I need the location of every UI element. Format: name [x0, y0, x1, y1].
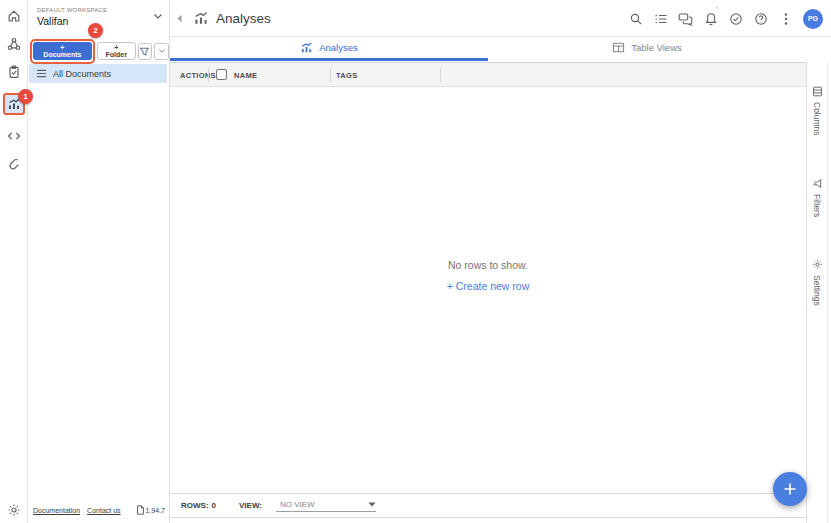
app-window: DEFAULT WORKSPACE Valifan + Documents + … — [0, 0, 831, 523]
collapse-sidebar-icon[interactable] — [176, 14, 183, 23]
sidebar-item-settings[interactable] — [0, 503, 28, 517]
release-notes-icon — [136, 505, 145, 515]
documents-panel: DEFAULT WORKSPACE Valifan + Documents + … — [28, 0, 170, 523]
panel-tab-columns[interactable]: Columns — [812, 86, 823, 136]
panel-tab-filters[interactable]: Filters — [812, 178, 823, 217]
gear-icon — [7, 503, 21, 517]
column-separator — [208, 68, 209, 82]
rows-label: ROWS: — [181, 501, 209, 510]
analytics-tab-icon — [300, 41, 313, 54]
main-area: Analyses ’ PG Analyses — [170, 0, 831, 523]
column-separator — [330, 68, 331, 82]
tab-table-views-label: Table Views — [631, 42, 682, 53]
checklist-icon[interactable] — [653, 11, 668, 26]
filters-icon — [812, 178, 823, 189]
panel-tab-columns-label: Columns — [812, 102, 822, 136]
main-header: Analyses ’ PG — [170, 0, 831, 37]
empty-state: No rows to show. + Create new row — [170, 259, 806, 292]
view-value: NO VIEW — [280, 500, 315, 509]
sidebar-item-home[interactable] — [5, 7, 23, 25]
add-icon — [783, 482, 797, 496]
code-icon — [7, 129, 21, 143]
view-label: VIEW: — [239, 501, 262, 510]
right-panel: Columns Filters Settings — [806, 60, 828, 523]
chevron-down-small-icon — [158, 48, 166, 54]
tab-analyses[interactable]: Analyses — [170, 37, 488, 61]
notification-indicator: ’ — [716, 7, 720, 12]
column-header-tags: TAGS — [336, 71, 357, 80]
all-documents-item[interactable]: All Documents — [29, 64, 167, 83]
menu-icon — [36, 69, 47, 78]
version-text: 1.94.7 — [146, 507, 165, 514]
panel-tab-settings-label: Settings — [812, 275, 822, 306]
table-body: No rows to show. + Create new row — [170, 87, 806, 493]
help-icon[interactable] — [753, 11, 768, 26]
panel-tab-filters-label: Filters — [812, 194, 822, 217]
icon-rail — [0, 0, 28, 523]
collapse-documents-button[interactable] — [154, 43, 169, 60]
sidebar-item-code[interactable] — [5, 127, 23, 145]
sidebar-item-organization[interactable] — [5, 35, 23, 53]
column-separator — [440, 68, 441, 82]
add-row-fab[interactable] — [773, 472, 807, 506]
column-header-actions: ACTIONS — [180, 71, 216, 80]
search-icon[interactable] — [628, 11, 643, 26]
columns-icon — [812, 86, 823, 97]
column-header-name: NAME — [234, 71, 257, 80]
sidebar-item-tasks[interactable] — [5, 63, 23, 81]
table-views-tab-icon — [612, 41, 625, 54]
notifications-bell-icon[interactable]: ’ — [703, 11, 718, 26]
tab-bar: Analyses Table Views — [170, 37, 806, 61]
tab-table-views[interactable]: Table Views — [488, 37, 806, 61]
check-circle-icon[interactable] — [728, 11, 743, 26]
tab-analyses-label: Analyses — [319, 42, 358, 53]
annotation-step-badge: 2 — [88, 23, 103, 38]
documents-button-highlight: + Documents — [30, 39, 95, 64]
add-folder-button[interactable]: + Folder — [97, 42, 136, 60]
home-icon — [7, 9, 21, 23]
empty-message: No rows to show. — [448, 259, 528, 271]
annotation-step-badge: 1 — [18, 89, 33, 104]
avatar[interactable]: PG — [803, 9, 823, 29]
attachment-icon — [7, 157, 21, 171]
add-documents-button[interactable]: + Documents — [33, 42, 92, 60]
chat-icon[interactable] — [678, 11, 693, 26]
settings-icon — [812, 259, 823, 270]
status-bar: ROWS: 0 VIEW: NO VIEW — [170, 493, 806, 518]
rows-count: 0 — [212, 501, 216, 510]
filter-icon — [139, 46, 150, 57]
more-options-icon[interactable] — [778, 11, 793, 26]
all-documents-label: All Documents — [53, 69, 111, 79]
create-new-row-link[interactable]: + Create new row — [447, 280, 530, 292]
chevron-down-icon[interactable] — [153, 13, 163, 20]
panel-tab-settings[interactable]: Settings — [812, 259, 823, 306]
view-selector[interactable]: NO VIEW — [276, 500, 376, 512]
sidebar-item-attachments[interactable] — [5, 155, 23, 173]
workspace-label: DEFAULT WORKSPACE — [37, 7, 157, 13]
select-all-checkbox[interactable] — [216, 69, 227, 80]
page-title: Analyses — [216, 11, 271, 26]
clipboard-check-icon — [7, 65, 21, 79]
analyses-title-icon — [193, 10, 209, 26]
table-header: ACTIONS NAME TAGS — [170, 62, 806, 87]
documentation-link[interactable]: Documentation — [33, 507, 80, 514]
dropdown-arrow-icon — [368, 502, 376, 507]
organization-icon — [7, 37, 21, 51]
contact-us-link[interactable]: Contact us — [87, 507, 120, 514]
filter-documents-button[interactable] — [138, 43, 153, 60]
